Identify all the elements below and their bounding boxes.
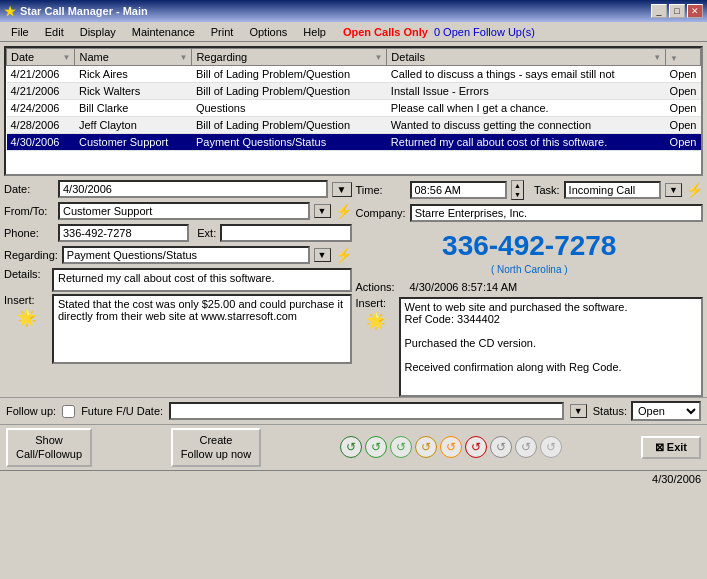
table-row[interactable]: 4/21/2006 Rick Walters Bill of Lading Pr… [7,83,701,100]
cell-regarding: Bill of Lading Problem/Question [192,117,387,134]
maximize-button[interactable]: □ [669,4,685,18]
phone-state: ( North Carolina ) [356,264,704,275]
create-follow-up-now-button[interactable]: Create Follow up now [171,428,261,467]
icon-btn-9[interactable]: ↺ [540,436,562,458]
icon-btn-4[interactable]: ↺ [415,436,437,458]
col-filter[interactable]: ▼ [666,49,701,66]
right-form-col: Time: ▲ ▼ Task: ▼ ⚡ Company: 336-492-727… [356,180,704,397]
cell-regarding: Bill of Lading Problem/Question [192,66,387,83]
phone-label: Phone: [4,227,54,239]
col-name[interactable]: Name▼ [75,49,192,66]
icon-btn-3[interactable]: ↺ [390,436,412,458]
date-picker-button[interactable]: ▼ [332,182,352,197]
cell-details: Called to discuss a things - says email … [387,66,666,83]
table-row[interactable]: 4/21/2006 Rick Aires Bill of Lading Prob… [7,66,701,83]
cell-details: Returned my call about cost of this soft… [387,134,666,151]
icon-buttons-group: ↺ ↺ ↺ ↺ ↺ ↺ ↺ ↺ ↺ [340,436,562,458]
time-down-arrow[interactable]: ▼ [512,190,523,199]
cell-date: 4/30/2006 [7,134,75,151]
cell-date: 4/21/2006 [7,66,75,83]
regarding-input[interactable] [62,246,310,264]
cell-status: Open [666,66,701,83]
menu-edit[interactable]: Edit [38,23,71,41]
time-spinner[interactable]: ▲ ▼ [511,180,524,200]
phone-display: 336-492-7278 [356,230,704,262]
icon-btn-1[interactable]: ↺ [340,436,362,458]
menu-help[interactable]: Help [296,23,333,41]
date-label: Date: [4,183,54,195]
minimize-button[interactable]: _ [651,4,667,18]
time-input[interactable] [410,181,507,199]
time-task-row: Time: ▲ ▼ Task: ▼ ⚡ [356,180,704,200]
table-row[interactable]: 4/30/2006 Customer Support Payment Quest… [7,134,701,151]
company-label: Company: [356,207,406,219]
status-bar: 4/30/2006 [0,470,707,487]
date-time-row: Date: ▼ [4,180,352,198]
company-input[interactable] [410,204,703,222]
exit-button[interactable]: ⊠ Exit [641,436,701,459]
task-input[interactable] [564,181,661,199]
date-input[interactable] [58,180,328,198]
from-to-row: From/To: ▼ ⚡ [4,202,352,220]
status-bar-date: 4/30/2006 [652,473,701,485]
status-label: Status: [593,405,627,417]
actions-row: Actions: 4/30/2006 8:57:14 AM [356,281,704,293]
menu-maintenance[interactable]: Maintenance [125,23,202,41]
details-text: Returned my call about cost of this soft… [52,268,352,292]
fu-date-dropdown[interactable]: ▼ [570,404,587,418]
ext-input[interactable] [220,224,351,242]
regarding-label: Regarding: [4,249,58,261]
col-details[interactable]: Details▼ [387,49,666,66]
col-regarding[interactable]: Regarding▼ [192,49,387,66]
details-label: Details: [4,268,49,280]
from-to-dropdown[interactable]: ▼ [314,204,331,218]
fu-date-input[interactable] [169,402,564,420]
task-bolt-icon[interactable]: ⚡ [686,182,703,198]
task-dropdown[interactable]: ▼ [665,183,682,197]
icon-btn-6[interactable]: ↺ [465,436,487,458]
regarding-dropdown[interactable]: ▼ [314,248,331,262]
insert-icon[interactable]: 🌟 [17,308,37,327]
right-insert-icon[interactable]: 🌟 [366,311,386,330]
menu-display[interactable]: Display [73,23,123,41]
follow-up-count[interactable]: 0 Open Follow Up(s) [434,26,535,38]
right-insert-box[interactable]: Went to web site and purchased the softw… [399,297,704,397]
icon-btn-5[interactable]: ↺ [440,436,462,458]
icon-btn-7[interactable]: ↺ [490,436,512,458]
form-area: Date: ▼ From/To: ▼ ⚡ Phone: Ext: Regardi… [0,180,707,397]
from-to-label: From/To: [4,205,54,217]
status-select[interactable]: Open Closed [631,401,701,421]
followup-checkbox[interactable] [62,405,75,418]
task-label: Task: [534,184,560,196]
cell-name: Bill Clarke [75,100,192,117]
from-to-bolt-icon[interactable]: ⚡ [335,203,352,219]
menu-file[interactable]: File [4,23,36,41]
phone-row: Phone: Ext: [4,224,352,242]
action-buttons-row: Show Call/Followup Create Follow up now … [0,424,707,470]
time-up-arrow[interactable]: ▲ [512,181,523,190]
from-to-input[interactable] [58,202,310,220]
title-bar: ★ Star Call Manager - Main _ □ ✕ [0,0,707,22]
cell-status: Open [666,134,701,151]
table-row[interactable]: 4/24/2006 Bill Clarke Questions Please c… [7,100,701,117]
cell-date: 4/28/2006 [7,117,75,134]
regarding-bolt-icon[interactable]: ⚡ [335,247,352,263]
cell-name: Rick Aires [75,66,192,83]
col-date[interactable]: Date▼ [7,49,75,66]
time-label: Time: [356,184,406,196]
cell-status: Open [666,117,701,134]
menu-print[interactable]: Print [204,23,241,41]
icon-btn-8[interactable]: ↺ [515,436,537,458]
table-row[interactable]: 4/28/2006 Jeff Clayton Bill of Lading Pr… [7,117,701,134]
menu-options[interactable]: Options [242,23,294,41]
insert-box[interactable]: Stated that the cost was only $25.00 and… [52,294,352,364]
icon-btn-2[interactable]: ↺ [365,436,387,458]
show-call-followup-button[interactable]: Show Call/Followup [6,428,92,467]
cell-status: Open [666,100,701,117]
actions-value: 4/30/2006 8:57:14 AM [410,281,518,293]
phone-input[interactable] [58,224,189,242]
close-button[interactable]: ✕ [687,4,703,18]
cell-date: 4/24/2006 [7,100,75,117]
cell-name: Jeff Clayton [75,117,192,134]
insert-row: Insert: 🌟 Stated that the cost was only … [4,294,352,364]
